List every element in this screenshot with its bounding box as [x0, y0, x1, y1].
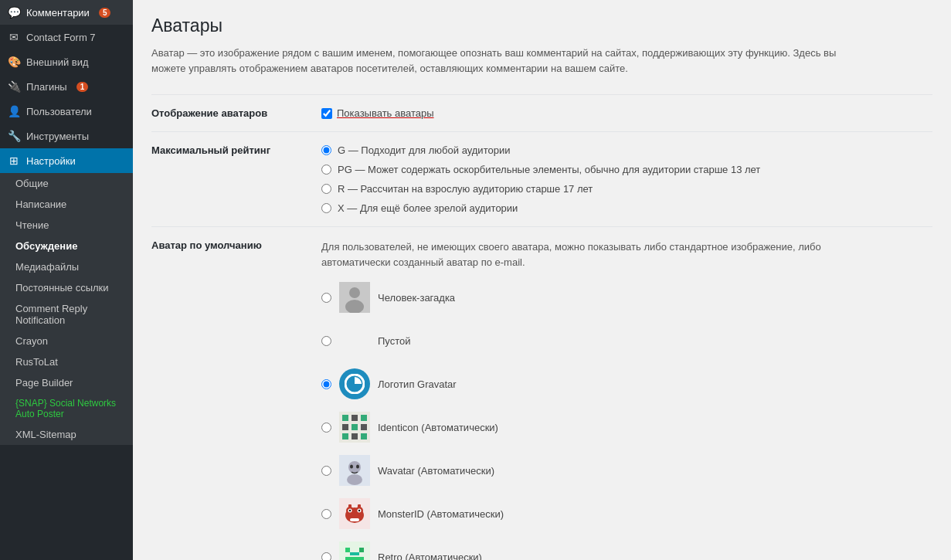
sidebar-item-writing[interactable]: Написание — [0, 194, 133, 215]
page-builder-label: Page Builder — [15, 377, 73, 389]
svg-rect-31 — [345, 548, 350, 552]
show-avatars-label: Отображение аватаров — [151, 95, 321, 132]
svg-rect-5 — [342, 415, 348, 421]
rating-g-radio[interactable] — [321, 145, 331, 155]
svg-point-1 — [349, 287, 360, 298]
sidebar-item-reading[interactable]: Чтение — [0, 215, 133, 236]
permalinks-label: Постоянные ссылки — [15, 282, 109, 294]
avatar-mystery-label: Человек-загадка — [378, 292, 455, 304]
avatar-monster-option[interactable]: MonsterID (Автоматически) — [321, 495, 932, 532]
settings-submenu: Общие Написание Чтение Обсуждение Медиаф… — [0, 173, 133, 445]
default-avatar-row: Аватар по умолчанию Для пользователей, н… — [151, 227, 932, 561]
sidebar-item-discussion[interactable]: Обсуждение — [0, 236, 133, 256]
avatar-gravatar-radio[interactable] — [321, 379, 331, 389]
avatar-identicon-label: Identicon (Автоматически) — [378, 422, 498, 433]
avatar-monster-label: MonsterID (Автоматически) — [378, 508, 504, 520]
appearance-icon: 🎨 — [8, 56, 20, 68]
main-content: Аватары Аватар — это изображение рядом с… — [133, 0, 951, 560]
avatar-blank-option[interactable]: Пустой — [321, 322, 932, 359]
settings-table: Отображение аватаров Показывать аватары … — [151, 94, 932, 560]
svg-point-18 — [347, 474, 362, 485]
sidebar-item-crayon[interactable]: Crayon — [0, 331, 133, 351]
tools-icon: 🔧 — [8, 130, 20, 142]
sidebar-item-media[interactable]: Медиафайлы — [0, 256, 133, 277]
svg-point-16 — [350, 465, 353, 469]
svg-rect-6 — [352, 415, 358, 421]
avatar-mystery-radio[interactable] — [321, 293, 331, 303]
sidebar-item-contact-form[interactable]: ✉ Contact Form 7 — [0, 25, 133, 49]
avatar-wavatar-image — [339, 455, 370, 486]
sidebar-item-comments[interactable]: 💬 Комментарии 5 — [0, 0, 133, 25]
comment-reply-label: Comment Reply Notification — [15, 303, 125, 326]
avatar-identicon-radio[interactable] — [321, 423, 331, 433]
rating-g-option[interactable]: G — Подходит для любой аудитории — [321, 144, 932, 156]
max-rating-control: G — Подходит для любой аудитории PG — Мо… — [321, 132, 932, 227]
rating-x-option[interactable]: X — Для ещё более зрелой аудитории — [321, 202, 932, 214]
avatar-blank-radio[interactable] — [321, 336, 331, 346]
svg-rect-10 — [361, 424, 367, 430]
sidebar-item-settings[interactable]: ⊞ Настройки — [0, 148, 133, 173]
sidebar-item-label: Внешний вид — [26, 56, 89, 68]
sidebar-item-label: Инструменты — [26, 131, 89, 142]
sidebar-item-users[interactable]: 👤 Пользователи — [0, 99, 133, 124]
rating-r-label: R — Рассчитан на взрослую аудиторию стар… — [338, 183, 593, 195]
avatar-gravatar-option[interactable]: Логотип Gravatar — [321, 365, 932, 402]
sidebar-item-plugins[interactable]: 🔌 Плагины 1 — [0, 74, 133, 99]
avatar-identicon-option[interactable]: Identicon (Автоматически) — [321, 409, 932, 446]
svg-rect-11 — [342, 433, 348, 440]
avatar-wavatar-option[interactable]: Wavatar (Автоматически) — [321, 452, 932, 489]
show-avatars-checkbox-label: Показывать аватары — [337, 107, 434, 119]
svg-rect-28 — [348, 504, 352, 508]
users-icon: 👤 — [8, 105, 20, 117]
avatar-wavatar-radio[interactable] — [321, 466, 331, 476]
avatar-blank-label: Пустой — [378, 335, 411, 347]
rating-r-radio[interactable] — [321, 184, 331, 194]
page-title: Аватары — [151, 15, 932, 36]
sidebar-item-comment-reply[interactable]: Comment Reply Notification — [0, 298, 133, 331]
sidebar-item-general[interactable]: Общие — [0, 173, 133, 194]
media-label: Медиафайлы — [15, 261, 79, 273]
page-description: Аватар — это изображение рядом с вашим и… — [151, 46, 847, 76]
avatar-retro-radio[interactable] — [321, 552, 331, 561]
rating-x-radio[interactable] — [321, 203, 331, 213]
email-icon: ✉ — [8, 31, 20, 43]
xml-sitemap-label: XML-Sitemap — [15, 429, 76, 440]
rating-x-label: X — Для ещё более зрелой аудитории — [338, 202, 518, 214]
sidebar: 💬 Комментарии 5 ✉ Contact Form 7 🎨 Внешн… — [0, 0, 133, 560]
rating-r-option[interactable]: R — Рассчитан на взрослую аудиторию стар… — [321, 183, 932, 195]
rustolat-label: RusToLat — [15, 356, 58, 368]
avatar-retro-option[interactable]: Retro (Автоматически) — [321, 538, 932, 560]
svg-rect-12 — [352, 433, 358, 440]
svg-rect-32 — [359, 548, 364, 552]
avatar-monster-radio[interactable] — [321, 509, 331, 519]
show-avatars-row: Отображение аватаров Показывать аватары — [151, 95, 932, 132]
plugins-badge: 1 — [76, 82, 89, 92]
svg-rect-29 — [358, 504, 361, 508]
svg-rect-33 — [350, 552, 359, 555]
sidebar-item-label: Комментарии — [26, 7, 90, 19]
crayon-label: Crayon — [15, 335, 48, 347]
rating-pg-radio[interactable] — [321, 165, 331, 175]
sidebar-item-tools[interactable]: 🔧 Инструменты — [0, 124, 133, 148]
general-label: Общие — [15, 178, 49, 189]
rating-pg-option[interactable]: PG — Может содержать оскорбительные элем… — [321, 164, 932, 175]
reading-label: Чтение — [15, 219, 49, 231]
writing-label: Написание — [15, 199, 66, 210]
sidebar-item-xml-sitemap[interactable]: XML-Sitemap — [0, 424, 133, 445]
sidebar-item-snap[interactable]: {SNAP} Social Networks Auto Poster — [0, 393, 133, 424]
sidebar-item-page-builder[interactable]: Page Builder — [0, 372, 133, 393]
svg-point-17 — [356, 465, 359, 469]
avatar-mystery-image — [339, 282, 370, 313]
svg-rect-9 — [352, 424, 358, 430]
svg-point-25 — [349, 510, 351, 511]
avatar-blank-image — [339, 325, 370, 356]
avatar-identicon-image — [339, 412, 370, 443]
sidebar-item-permalinks[interactable]: Постоянные ссылки — [0, 277, 133, 298]
comments-badge: 5 — [99, 8, 111, 18]
sidebar-item-rustolat[interactable]: RusToLat — [0, 351, 133, 372]
sidebar-item-label: Пользователи — [26, 106, 92, 117]
avatar-mystery-option[interactable]: Человек-загадка — [321, 279, 932, 316]
sidebar-item-appearance[interactable]: 🎨 Внешний вид — [0, 49, 133, 74]
show-avatars-checkbox[interactable] — [321, 108, 332, 119]
max-rating-row: Максимальный рейтинг G — Подходит для лю… — [151, 132, 932, 227]
